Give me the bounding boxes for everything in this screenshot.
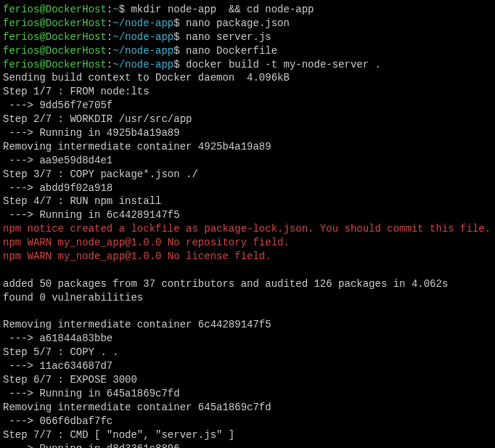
prompt-user: ferios	[3, 59, 39, 70]
prompt-path: ~/node-app	[112, 31, 173, 43]
output-line: ---> aa9e59d8d4e1	[3, 154, 492, 168]
output-line: ---> 11ac634687d7	[3, 359, 492, 373]
output-line: Removing intermediate container 6c442891…	[3, 318, 492, 332]
output-line: Step 3/7 : COPY package*.json ./	[3, 168, 492, 182]
prompt-colon: :	[107, 4, 112, 15]
output-line: Step 1/7 : FROM node:lts	[3, 85, 492, 99]
npm-output-line: npm WARN my_node_app@1.0.0 No repository…	[3, 236, 492, 250]
prompt-colon: :	[107, 31, 112, 43]
prompt-colon: :	[107, 45, 112, 57]
prompt-at: @	[39, 45, 45, 57]
prompt-at: @	[39, 59, 45, 70]
npm-output-line: npm notice created a lockfile as package…	[3, 222, 492, 236]
prompt-dollar: $	[173, 45, 186, 57]
output-line: Step 7/7 : CMD [ "node", "server.js" ]	[3, 428, 492, 442]
prompt-host: DockerHost	[46, 17, 107, 29]
output-line: ---> 066f6dbaf7fc	[3, 415, 492, 428]
terminal[interactable]: ferios@DockerHost:~$ mkdir node-app && c…	[3, 3, 492, 448]
output-line	[3, 264, 492, 277]
prompt-at: @	[39, 4, 45, 15]
command-text: nano server.js	[186, 31, 271, 43]
prompt-path: ~	[112, 4, 118, 15]
command-text: mkdir node-app && cd node-app	[131, 4, 314, 15]
output-line: ---> abdd9f02a918	[3, 182, 492, 195]
prompt-dollar: $	[173, 31, 186, 43]
prompt-line: ferios@DockerHost:~/node-app$ nano Docke…	[3, 44, 492, 58]
output-line: found 0 vulnerabilities	[3, 291, 492, 305]
output-line: Step 2/7 : WORKDIR /usr/src/app	[3, 113, 492, 126]
output-line: ---> Running in d8d3361c8896	[3, 442, 492, 449]
output-line: Step 6/7 : EXPOSE 3000	[3, 373, 492, 387]
prompt-path: ~/node-app	[112, 59, 173, 70]
prompt-host: DockerHost	[46, 45, 107, 57]
output-line: added 50 packages from 37 contributors a…	[3, 277, 492, 291]
prompt-user: ferios	[3, 45, 39, 57]
prompt-line: ferios@DockerHost:~/node-app$ nano serve…	[3, 30, 492, 44]
prompt-path: ~/node-app	[112, 45, 173, 57]
output-line: ---> Running in 4925b4a19a89	[3, 126, 492, 140]
prompt-user: ferios	[3, 4, 39, 15]
prompt-line: ferios@DockerHost:~/node-app$ nano packa…	[3, 17, 492, 30]
prompt-colon: :	[107, 59, 112, 70]
prompt-dollar: $	[119, 4, 131, 15]
prompt-path: ~/node-app	[112, 17, 173, 29]
command-text: nano Dockerfile	[186, 45, 277, 57]
output-line: ---> Running in 6c44289147f5	[3, 208, 492, 222]
prompt-at: @	[39, 17, 45, 29]
prompt-host: DockerHost	[46, 31, 107, 43]
command-text: nano package.json	[186, 17, 290, 29]
prompt-colon: :	[107, 17, 112, 29]
prompt-dollar: $	[173, 17, 186, 29]
output-line: Sending build context to Docker daemon 4…	[3, 71, 492, 85]
output-line: Step 4/7 : RUN npm install	[3, 195, 492, 208]
prompt-dollar: $	[173, 59, 186, 70]
output-line: ---> a61844a83bbe	[3, 332, 492, 346]
output-line: Removing intermediate container 4925b4a1…	[3, 140, 492, 154]
output-line: Step 5/7 : COPY . .	[3, 346, 492, 359]
npm-output-line: npm WARN my_node_app@1.0.0 No license fi…	[3, 250, 492, 264]
output-line: ---> Running in 645a1869c7fd	[3, 387, 492, 401]
prompt-host: DockerHost	[46, 4, 107, 15]
output-line: Removing intermediate container 645a1869…	[3, 401, 492, 415]
prompt-user: ferios	[3, 31, 39, 43]
prompt-host: DockerHost	[46, 59, 107, 70]
output-line	[3, 305, 492, 319]
command-text: docker build -t my-node-server .	[186, 59, 381, 70]
prompt-user: ferios	[3, 17, 39, 29]
prompt-line: ferios@DockerHost:~/node-app$ docker bui…	[3, 58, 492, 72]
prompt-line: ferios@DockerHost:~$ mkdir node-app && c…	[3, 3, 492, 17]
output-line: ---> 9dd56f7e705f	[3, 99, 492, 113]
prompt-at: @	[39, 31, 45, 43]
